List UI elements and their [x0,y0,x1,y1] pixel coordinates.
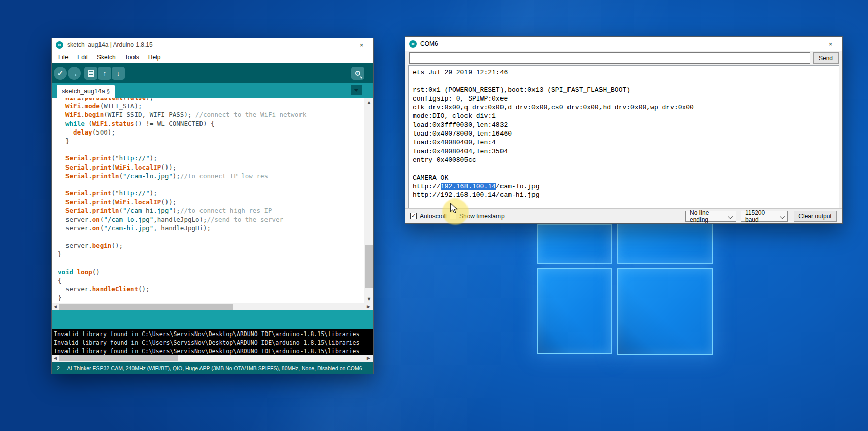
menu-edit[interactable]: Edit [73,54,92,61]
code-line: Serial.print("http://"); [58,154,306,163]
upload-button[interactable]: → [68,67,81,80]
code-lines: WiFi.persistent(false); WiFi.mode(WIFI_S… [58,98,306,303]
console-line: Invalid library found in C:\Users\Servis… [54,348,373,355]
code-line [58,233,306,242]
build-console: Invalid library found in C:\Users\Servis… [52,329,373,355]
console-scroll-thumb[interactable] [59,355,178,361]
serial-window-title: COM6 [420,40,438,47]
serial-output-line: load:0x40080404,len:3504 [413,148,839,156]
line-ending-select[interactable]: No line ending [685,211,736,222]
console-line: Invalid library found in C:\Users\Servis… [54,339,373,348]
scroll-up-icon[interactable]: ▲ [364,98,373,106]
upload-icon: → [71,69,78,78]
tab-sketch-aug14a[interactable]: sketch_aug14a § [57,85,115,98]
code-line: while (WiFi.status() != WL_CONNECTED) { [58,120,306,128]
console-horizontal-scrollbar[interactable]: ◄ ► [52,355,373,362]
serial-output-line: load:0x40078000,len:16460 [413,130,839,139]
code-line: Serial.print(WiFi.localIP()); [58,163,306,172]
serial-monitor-button[interactable]: + [351,67,364,80]
serial-output-line: clk_drv:0x00,q_drv:0x00,d_drv:0x00,cs0_d… [413,104,839,112]
menu-file[interactable]: File [54,54,73,61]
verify-button[interactable]: ✓ [54,67,67,80]
maximize-button[interactable] [327,38,350,51]
vertical-scroll-thumb[interactable] [365,245,373,288]
serial-output-line: http://192.168.100.14/cam-lo.jpg [413,183,839,191]
code-line: server.begin(); [58,242,306,250]
maximize-icon [337,43,341,47]
serial-output[interactable]: ets Jul 29 2019 12:21:46 rst:0x1 (POWERO… [408,65,839,208]
send-row: Send [405,51,842,66]
menu-sketch[interactable]: Sketch [92,54,120,61]
save-button[interactable]: ↓ [112,67,125,80]
code-line [58,259,306,268]
mouse-cursor [449,203,459,214]
windows-logo-pane [617,268,713,355]
scroll-left-icon[interactable]: ◄ [52,355,59,362]
board-info: AI Thinker ESP32-CAM, 240MHz (WiFi/BT), … [67,365,362,371]
serial-output-line: ets Jul 29 2019 12:21:46 [413,69,839,77]
code-line: { [58,277,306,285]
arduino-window-title: sketch_aug14a | Arduino 1.8.15 [67,41,153,48]
open-icon: ↑ [103,69,107,77]
close-icon: × [829,40,833,48]
minimize-icon [314,45,319,45]
new-sketch-button[interactable] [84,67,97,80]
minimize-button[interactable] [305,38,327,51]
close-icon: × [360,41,364,49]
code-line: Serial.print("http://"); [58,189,306,198]
windows-logo-pane [537,268,612,354]
close-button[interactable]: × [819,37,842,51]
arduino-titlebar[interactable]: ∞ sketch_aug14a | Arduino 1.8.15 × [52,38,373,51]
arduino-ide-window: ∞ sketch_aug14a | Arduino 1.8.15 × File … [51,38,374,374]
tab-list-dropdown-button[interactable] [351,85,362,95]
magnifier-icon: + [355,71,360,76]
code-editor[interactable]: WiFi.persistent(false); WiFi.mode(WIFI_S… [52,98,365,303]
editor-horizontal-scrollbar[interactable]: ◄ ► [52,303,373,310]
board-status-bar: 2 AI Thinker ESP32-CAM, 240MHz (WiFi/BT)… [52,362,373,374]
menu-help[interactable]: Help [144,54,165,61]
scroll-left-icon[interactable]: ◄ [52,303,59,310]
maximize-button[interactable] [796,37,819,51]
selected-text: 192.168.100.14 [441,183,496,190]
code-line: WiFi.begin(WIFI_SSID, WIFI_PASS); //conn… [58,111,306,119]
windows-logo-pane [537,224,612,264]
scroll-down-icon[interactable]: ▼ [364,295,373,303]
serial-output-line [413,165,839,174]
editor-vertical-scrollbar[interactable]: ▲ ▼ [364,98,373,303]
horizontal-scroll-thumb[interactable] [59,304,233,310]
scroll-right-icon[interactable]: ► [365,355,372,362]
code-line: WiFi.mode(WIFI_STA); [58,102,306,111]
code-line: Serial.println("/cam-hi.jpg");//to conne… [58,207,306,215]
minimize-button[interactable] [774,37,796,51]
code-line: } [58,250,306,259]
serial-input[interactable] [409,52,810,64]
maximize-icon [806,42,810,46]
code-line: void loop() [58,268,306,277]
windows-logo-pane [617,223,713,264]
menu-tools[interactable]: Tools [120,54,144,61]
serial-bottom-bar: ✓ Autoscroll Show timestamp No line endi… [405,208,842,223]
windows-logo [536,222,714,355]
cursor-line-number: 2 [57,365,60,371]
code-line: server.handleClient(); [58,285,306,294]
serial-titlebar[interactable]: ∞ COM6 × [405,37,842,51]
code-line: Serial.println("/cam-lo.jpg");//to conne… [58,172,306,181]
send-button[interactable]: Send [813,52,839,64]
code-line: Serial.print(WiFi.localIP()); [58,198,306,207]
serial-output-line: load:0x3fff0030,len:4832 [413,121,839,130]
code-line: } [58,294,306,303]
baud-rate-select[interactable]: 115200 baud [741,211,788,222]
scroll-right-icon[interactable]: ► [365,303,372,310]
arduino-app-icon: ∞ [409,40,417,48]
autoscroll-checkbox[interactable]: ✓ [410,213,417,219]
serial-output-line [413,77,839,86]
baud-rate-value: 115200 baud [745,209,776,223]
serial-output-line: entry 0x400805cc [413,156,839,165]
editor-status-band [52,310,373,329]
close-button[interactable]: × [350,38,373,51]
code-line [58,146,306,154]
code-line: server.on("/cam-hi.jpg", handleJpgHi); [58,224,306,233]
line-ending-value: No line ending [690,209,724,223]
clear-output-button[interactable]: Clear output [794,211,837,222]
open-button[interactable]: ↑ [98,67,111,80]
